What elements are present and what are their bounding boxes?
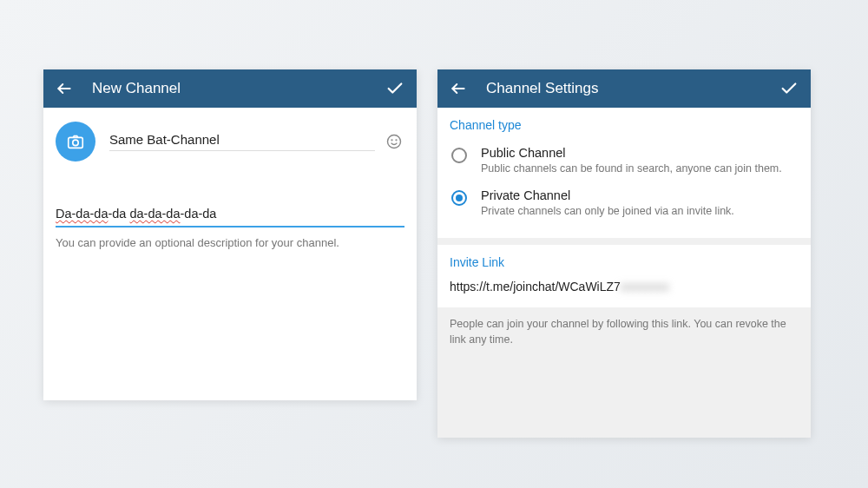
radio-text: Public Channel Public channels can be fo…	[481, 146, 799, 175]
description-input[interactable]: Da-da-da-da da-da-da-da-da	[56, 205, 404, 228]
back-arrow-icon[interactable]	[450, 80, 467, 97]
invite-url-visible: https://t.me/joinchat/WCaWiLZ7	[450, 280, 621, 293]
radio-public-channel[interactable]: Public Channel Public channels can be fo…	[450, 141, 799, 183]
left-panel-spacer	[43, 261, 417, 400]
channel-name-input[interactable]	[109, 132, 375, 147]
desc-plain-1: -da	[108, 207, 129, 221]
description-helper: You can provide an optional description …	[56, 236, 404, 249]
new-channel-panel: New Channel Da-da-da-da da-da-da-da-da Y…	[43, 69, 417, 400]
radio-subtitle: Public channels can be found in search, …	[481, 162, 799, 175]
header-title: Channel Settings	[486, 80, 779, 97]
new-channel-header: New Channel	[43, 69, 417, 108]
description-block: Da-da-da-da da-da-da-da-da You can provi…	[43, 170, 417, 261]
radio-indicator	[451, 190, 467, 206]
radio-indicator	[451, 148, 467, 163]
radio-title: Private Channel	[481, 188, 799, 202]
channel-type-label: Channel type	[450, 118, 799, 132]
confirm-check-icon[interactable]	[385, 79, 404, 98]
confirm-check-icon[interactable]	[779, 79, 799, 98]
channel-name-field-wrap	[109, 132, 375, 151]
channel-photo-button[interactable]	[56, 122, 95, 162]
channel-settings-panel: Channel Settings Channel type Public Cha…	[437, 69, 811, 438]
desc-plain-2: -da-da	[181, 207, 217, 221]
header-title: New Channel	[92, 80, 385, 97]
back-arrow-icon[interactable]	[56, 80, 73, 97]
emoji-icon[interactable]	[384, 131, 404, 152]
channel-name-row	[43, 108, 417, 170]
invite-link-label: Invite Link	[450, 255, 799, 269]
radio-subtitle: Private channels can only be joined via …	[481, 205, 799, 217]
svg-point-5	[396, 140, 397, 141]
channel-type-section: Channel type Public Channel Public chann…	[437, 108, 811, 238]
svg-rect-1	[69, 137, 83, 148]
desc-word-2: da-da-da	[129, 207, 180, 221]
invite-link-value[interactable]: https://t.me/joinchat/WCaWiLZ7xxxxxxxx	[450, 278, 799, 295]
svg-point-2	[73, 140, 78, 145]
radio-text: Private Channel Private channels can onl…	[481, 188, 799, 217]
invite-url-blurred: xxxxxxxx	[621, 280, 669, 293]
radio-title: Public Channel	[481, 146, 799, 160]
channel-settings-header: Channel Settings	[437, 69, 811, 108]
invite-helper-text: People can join your channel by followin…	[437, 307, 811, 359]
svg-point-4	[391, 140, 392, 141]
invite-link-section: Invite Link https://t.me/joinchat/WCaWiL…	[437, 245, 811, 307]
right-panel-spacer	[437, 359, 811, 438]
radio-private-channel[interactable]: Private Channel Private channels can onl…	[450, 183, 799, 226]
svg-point-3	[388, 135, 401, 148]
desc-word-1: Da-da-da	[56, 207, 108, 221]
